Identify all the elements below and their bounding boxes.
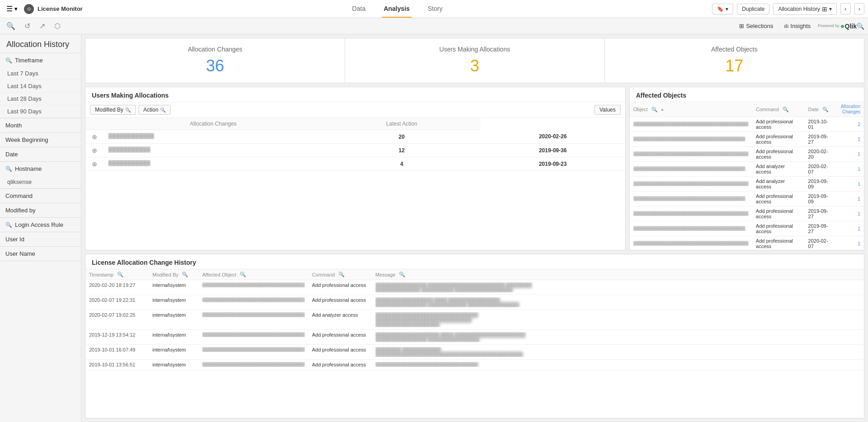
sidebar-section-modifiedby: Modified by: [0, 203, 81, 218]
kpi-users-title: Users Making Allocations: [354, 46, 595, 53]
expand-button-0[interactable]: ⊕: [90, 133, 99, 141]
smart-search-icon[interactable]: 🔍: [4, 21, 18, 31]
date-search-icon[interactable]: 🔍: [822, 107, 829, 113]
ts-search-icon[interactable]: 🔍: [117, 272, 123, 277]
user-id-label[interactable]: User Id: [0, 232, 81, 246]
insights-button[interactable]: ılı Insights: [780, 21, 814, 31]
history-row-object: ████████████████████████████████: [199, 330, 308, 345]
history-row-object: ████████████████████████████████: [199, 310, 308, 330]
timeframe-header[interactable]: 🔍 Timeframe: [0, 53, 81, 67]
month-label[interactable]: Month: [0, 118, 81, 132]
affected-row-object: ████████████████████████████████████: [630, 147, 752, 162]
affected-row-changes: 1: [837, 221, 864, 236]
users-row-expand[interactable]: ⊕: [85, 144, 104, 157]
affected-row-command: Add professional access: [752, 206, 805, 221]
command-search-icon[interactable]: 🔍: [783, 107, 789, 113]
command-label[interactable]: Command: [0, 189, 81, 203]
sidebar-section-date: Date: [0, 147, 81, 162]
kpi-allocation-changes-title: Allocation Changes: [95, 46, 336, 53]
users-panel-title: Users Making Allocations: [85, 87, 625, 102]
selections-button[interactable]: ⊞ Selections: [735, 21, 777, 31]
action-filter-label: Action: [143, 107, 158, 113]
affected-row-object: ███████████████████████████████████: [630, 221, 752, 236]
affected-row-object: ████████████████████████████████████: [630, 117, 752, 132]
history-row-timestamp: 2019-10-01 16:07:49: [85, 345, 149, 360]
bookmark-icon: 🔖: [717, 6, 724, 12]
affected-col-alloc: Allocation Changes: [837, 102, 864, 117]
affected-table: Object 🔍 ▲ Command 🔍: [630, 102, 864, 250]
history-row-modifiedby: internal\system: [149, 280, 199, 295]
history-row-modifiedby: internal\system: [149, 360, 199, 370]
modby-search-icon[interactable]: 🔍: [182, 272, 188, 277]
allocation-history-button[interactable]: Allocation History ⊞ ▾: [773, 3, 837, 15]
users-row-expand[interactable]: ⊕: [85, 130, 104, 144]
sidebar-item-last90[interactable]: Last 90 Days: [0, 105, 81, 118]
export-icon[interactable]: ↗: [37, 21, 48, 31]
action-filter-button[interactable]: Action 🔍: [138, 105, 171, 115]
sidebar-item-last7[interactable]: Last 7 Days: [0, 67, 81, 80]
modified-by-label[interactable]: Modified by: [0, 203, 81, 217]
affected-col-date: Date 🔍: [805, 102, 837, 117]
bookmark-button[interactable]: 🔖 ▾: [712, 4, 733, 14]
tab-story[interactable]: Story: [426, 0, 445, 18]
affected-row-date: 2019-10-01: [805, 117, 837, 132]
sidebar-section-timeframe: 🔍 Timeframe Last 7 Days Last 14 Days Las…: [0, 53, 81, 118]
history-panel: License Allocation Change History Timest…: [85, 254, 864, 418]
msg-search-icon[interactable]: 🔍: [399, 272, 405, 277]
sidebar-section-login: 🔍 Login Access Rule: [0, 218, 81, 232]
selections-label: Selections: [746, 23, 773, 29]
kpi-affected-value: 17: [614, 56, 855, 75]
hostname-header[interactable]: 🔍 Hostname: [0, 162, 81, 176]
history-table-row: 2020-02-07 19:22:31 internal\system ████…: [85, 295, 864, 310]
affected-table-row: ████████████████████████████████████ Add…: [630, 206, 864, 221]
dropdown-icon: ▾: [829, 6, 832, 12]
users-row-latest: 2019-09-23: [480, 157, 625, 171]
expand-button-1[interactable]: ⊕: [90, 147, 99, 154]
history-row-command: Add professional access: [308, 330, 372, 345]
users-making-allocations-panel: Users Making Allocations Modified By 🔍 A…: [85, 87, 626, 250]
affected-objects-panel: Affected Objects Object 🔍 ▲: [629, 87, 864, 250]
affected-table-row: ████████████████████████████████████ Add…: [630, 147, 864, 162]
tab-analysis[interactable]: Analysis: [382, 0, 412, 18]
settings-icon[interactable]: ⬡: [52, 21, 63, 31]
affected-row-changes: 1: [837, 206, 864, 221]
allocation-history-label: Allocation History: [778, 6, 820, 12]
forward-button[interactable]: ›: [854, 3, 864, 14]
user-name-label[interactable]: User Name: [0, 247, 81, 261]
tab-data[interactable]: Data: [351, 0, 368, 18]
login-access-rule-header[interactable]: 🔍 Login Access Rule: [0, 218, 81, 232]
insights-label: Insights: [791, 23, 811, 29]
kpi-affected-title: Affected Objects: [614, 46, 855, 53]
history-row-command: Add professional access: [308, 345, 372, 360]
sidebar-item-qliksense[interactable]: qliksense: [0, 176, 81, 188]
users-col-name: [85, 118, 104, 130]
history-row-timestamp: 2019-12-19 13:54:12: [85, 330, 149, 345]
values-button[interactable]: Values: [594, 105, 621, 115]
page-title: Allocation History: [0, 34, 81, 53]
back-button[interactable]: ‹: [840, 3, 850, 14]
date-label[interactable]: Date: [0, 147, 81, 161]
users-row-expand[interactable]: ⊕: [85, 157, 104, 171]
week-beginning-label[interactable]: Week Beginning: [0, 133, 81, 147]
sidebar: Allocation History 🔍 Timeframe Last 7 Da…: [0, 34, 81, 422]
history-row-message: ████████████████ ███████████████████████…: [372, 280, 864, 295]
obj-search-icon[interactable]: 🔍: [240, 272, 246, 277]
object-search-icon[interactable]: 🔍: [651, 107, 658, 113]
menu-button[interactable]: ☰ ▾: [4, 3, 20, 15]
affected-row-date: 2020-02-20: [805, 147, 837, 162]
modified-by-filter-button[interactable]: Modified By 🔍: [90, 105, 136, 115]
sidebar-item-last14[interactable]: Last 14 Days: [0, 80, 81, 93]
affected-row-command: Add professional access: [752, 147, 805, 162]
expand-button-2[interactable]: ⊕: [90, 160, 99, 168]
sidebar-section-username: User Name: [0, 247, 81, 261]
affected-row-date: 2019-09-27: [805, 206, 837, 221]
history-row-command: Add professional access: [308, 295, 372, 310]
affected-col-command: Command 🔍: [752, 102, 805, 117]
modified-by-filter-label: Modified By: [95, 107, 123, 113]
users-col-allocation-changes: Allocation Changes: [104, 118, 323, 130]
refresh-icon[interactable]: ↺: [22, 21, 33, 31]
duplicate-button[interactable]: Duplicate: [737, 4, 769, 14]
timeframe-search-icon: 🔍: [5, 57, 12, 64]
cmd-search-icon[interactable]: 🔍: [338, 272, 345, 277]
sidebar-item-last28[interactable]: Last 28 Days: [0, 93, 81, 105]
